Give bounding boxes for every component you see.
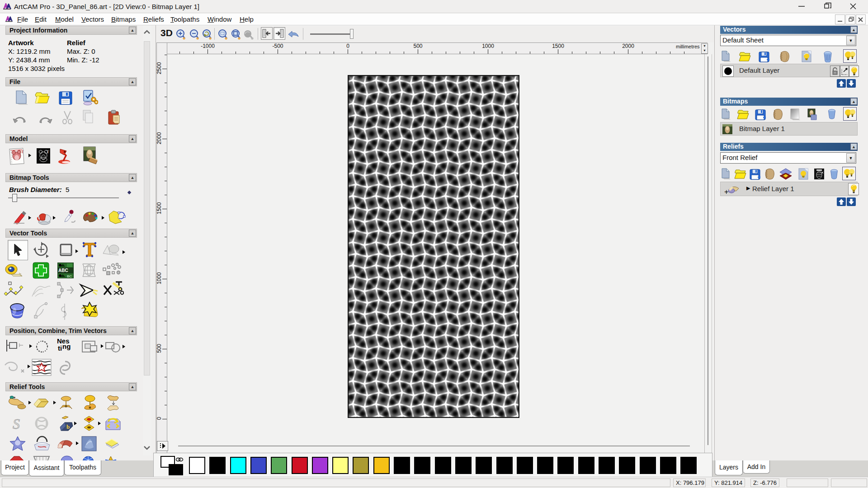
- svg-text:T: T: [21, 150, 24, 154]
- svg-text:BC: BC: [67, 274, 72, 278]
- svg-text:ABC: ABC: [58, 268, 68, 273]
- svg-text:ti: ti: [58, 344, 62, 352]
- svg-text:b: b: [66, 423, 70, 430]
- svg-text:T: T: [47, 150, 49, 154]
- svg-text:S: S: [13, 417, 20, 431]
- svg-text:ng: ng: [62, 343, 71, 350]
